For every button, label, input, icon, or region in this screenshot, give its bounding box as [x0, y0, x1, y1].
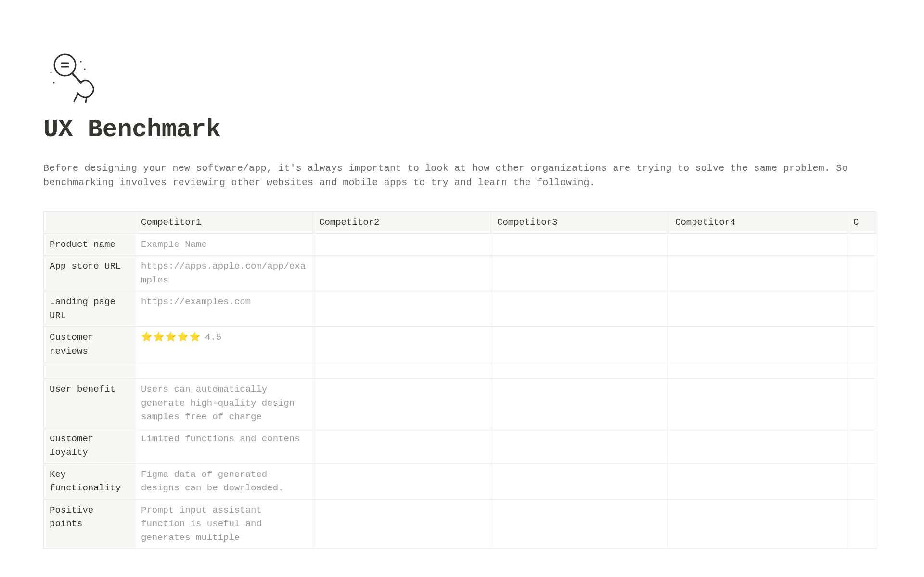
- table-cell[interactable]: [491, 362, 669, 379]
- table-cell[interactable]: [313, 499, 491, 549]
- row-label[interactable]: Customer loyalty: [44, 428, 135, 463]
- row-label[interactable]: User benefit: [44, 379, 135, 428]
- table-row: Customer loyalty Limited functions and c…: [44, 428, 876, 463]
- table-header-row: Competitor1 Competitor2 Competitor3 Comp…: [44, 212, 876, 234]
- table-row: Landing page URL https://examples.com: [44, 291, 876, 327]
- star-icons: ⭐⭐⭐⭐⭐: [141, 332, 201, 343]
- row-label[interactable]: Landing page URL: [44, 291, 135, 327]
- table-cell[interactable]: Figma data of generated designs can be d…: [135, 463, 313, 499]
- table-cell[interactable]: [847, 362, 876, 379]
- page-container: UX Benchmark Before designing your new s…: [0, 0, 924, 577]
- table-cell[interactable]: [313, 256, 491, 291]
- table-cell[interactable]: Prompt input assistant function is usefu…: [135, 499, 313, 549]
- table-row: Positive points Prompt input assistant f…: [44, 499, 876, 549]
- table-cell[interactable]: [669, 463, 847, 499]
- table-cell[interactable]: [313, 233, 491, 256]
- page-intro: Before designing your new software/app, …: [43, 161, 861, 190]
- table-cell[interactable]: [847, 379, 876, 428]
- svg-point-4: [51, 72, 52, 73]
- table-cell[interactable]: [669, 291, 847, 327]
- table-corner-cell: [44, 212, 135, 234]
- table-cell[interactable]: [847, 428, 876, 463]
- table-cell[interactable]: [313, 327, 491, 362]
- col-header-competitor2[interactable]: Competitor2: [313, 212, 491, 234]
- table-row: [44, 362, 876, 379]
- svg-point-7: [84, 69, 86, 70]
- table-cell[interactable]: Example Name: [135, 233, 313, 256]
- svg-point-6: [80, 61, 82, 63]
- row-label[interactable]: [44, 362, 135, 379]
- table-cell[interactable]: [135, 362, 313, 379]
- table-cell[interactable]: [491, 428, 669, 463]
- col-header-competitor1[interactable]: Competitor1: [135, 212, 313, 234]
- table-cell[interactable]: [313, 291, 491, 327]
- rating-value: 4.5: [205, 332, 221, 343]
- table-cell[interactable]: [491, 291, 669, 327]
- col-header-competitor3[interactable]: Competitor3: [491, 212, 669, 234]
- magnifying-glass-icon: [43, 48, 101, 106]
- table-cell[interactable]: https://examples.com: [135, 291, 313, 327]
- table-cell[interactable]: [313, 463, 491, 499]
- table-row: App store URL https://apps.apple.com/app…: [44, 256, 876, 291]
- table-cell[interactable]: Limited functions and contens: [135, 428, 313, 463]
- table-cell[interactable]: [669, 233, 847, 256]
- table-row: Customer reviews ⭐⭐⭐⭐⭐4.5: [44, 327, 876, 362]
- table-cell[interactable]: [847, 327, 876, 362]
- benchmark-table: Competitor1 Competitor2 Competitor3 Comp…: [43, 211, 876, 549]
- table-cell[interactable]: https://apps.apple.com/app/examples: [135, 256, 313, 291]
- table-cell[interactable]: [847, 499, 876, 549]
- table-cell[interactable]: [491, 233, 669, 256]
- table-cell[interactable]: [847, 463, 876, 499]
- row-label[interactable]: Product name: [44, 233, 135, 256]
- table-cell[interactable]: [847, 291, 876, 327]
- table-cell[interactable]: [491, 463, 669, 499]
- table-cell[interactable]: [847, 233, 876, 256]
- table-cell[interactable]: [847, 256, 876, 291]
- table-cell[interactable]: [669, 428, 847, 463]
- svg-point-5: [53, 82, 55, 84]
- table-cell[interactable]: [669, 362, 847, 379]
- table-cell[interactable]: [491, 256, 669, 291]
- table-cell[interactable]: [491, 379, 669, 428]
- table-cell[interactable]: [313, 362, 491, 379]
- svg-line-3: [72, 73, 81, 83]
- table-row: Key functionality Figma data of generate…: [44, 463, 876, 499]
- table-cell[interactable]: [669, 256, 847, 291]
- row-label[interactable]: App store URL: [44, 256, 135, 291]
- row-label[interactable]: Positive points: [44, 499, 135, 549]
- table-cell[interactable]: [669, 379, 847, 428]
- table-cell[interactable]: [491, 499, 669, 549]
- table-cell[interactable]: [669, 327, 847, 362]
- col-header-competitor5-partial[interactable]: C: [847, 212, 876, 234]
- table-cell[interactable]: [313, 428, 491, 463]
- table-row: User benefit Users can automatically gen…: [44, 379, 876, 428]
- page-title: UX Benchmark: [43, 115, 881, 144]
- row-label[interactable]: Customer reviews: [44, 327, 135, 362]
- table-row: Product name Example Name: [44, 233, 876, 256]
- table-cell[interactable]: Users can automatically generate high-qu…: [135, 379, 313, 428]
- table-cell[interactable]: [491, 327, 669, 362]
- table-cell[interactable]: ⭐⭐⭐⭐⭐4.5: [135, 327, 313, 362]
- col-header-competitor4[interactable]: Competitor4: [669, 212, 847, 234]
- table-scroll[interactable]: Competitor1 Competitor2 Competitor3 Comp…: [43, 211, 881, 558]
- table-cell[interactable]: [313, 379, 491, 428]
- table-cell[interactable]: [669, 499, 847, 549]
- row-label[interactable]: Key functionality: [44, 463, 135, 499]
